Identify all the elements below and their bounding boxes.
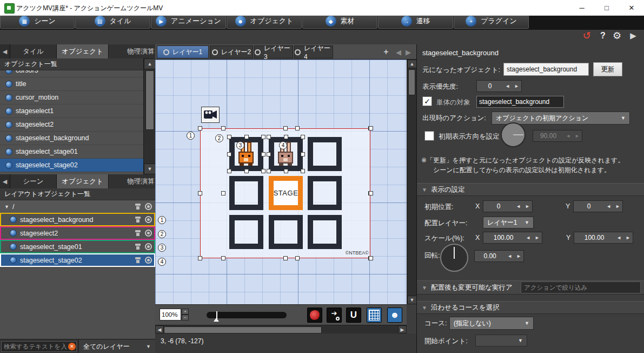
add-layer-icon[interactable]: + [381,47,391,57]
minimize-button[interactable]: ─ [569,0,594,15]
selection-handle[interactable] [301,135,305,139]
layer-tab-2[interactable]: レイヤー2 [210,45,253,58]
panel-tab-object[interactable]: オブジェクト [57,174,109,188]
spin-right-icon[interactable]: ► [523,204,532,209]
list-item[interactable]: stageselect_background [0,132,143,145]
selection-handle[interactable] [267,169,271,173]
zoom-stepper[interactable]: + − [182,309,189,321]
spin-left-icon[interactable]: ◄ [604,204,613,209]
source-object-input[interactable] [503,63,589,76]
selection-handle[interactable] [369,256,373,260]
action-filter-input[interactable] [521,282,641,293]
zoom-out-icon[interactable]: − [182,315,189,321]
stamp-icon[interactable] [135,204,141,210]
object-list-scrollbar[interactable]: ▲ ▼ [143,58,156,174]
selection-handle[interactable] [221,126,225,130]
maximize-button[interactable]: □ [594,0,619,15]
next-arrow-icon[interactable]: ▶ [403,47,413,57]
list-item[interactable]: stageselect_stage01 [0,145,143,159]
priority-spinner[interactable]: 0 ◄ ► [476,80,522,92]
scene-canvas[interactable]: STAGE 1 2 3 4 1 2 3 4 ©NTBEA© [155,60,407,304]
section-collapse-icon[interactable]: ▼ [422,305,427,311]
list-item[interactable]: cursor3 [0,70,143,77]
layer-tab-3[interactable]: レイヤー3 [254,45,293,58]
canvas-hscrollbar[interactable]: ◀ ▶ [155,325,407,334]
spin-right-icon[interactable]: ► [623,235,633,240]
spin-left-icon[interactable]: ◄ [503,83,512,89]
display-settings-section[interactable]: ▼ 表示の設定 [417,183,644,196]
visibility-icon[interactable] [145,243,152,250]
visibility-icon[interactable] [145,203,152,210]
selection-handle[interactable] [301,152,305,156]
selection-handle[interactable] [261,135,265,139]
rotation-spinner[interactable]: 0.00 ◄ ► [474,250,524,262]
visibility-icon[interactable] [145,230,152,237]
layout-root-row[interactable]: ▼ / [0,200,155,213]
spin-left-icon[interactable]: ◄ [523,235,533,240]
zoom-value[interactable]: 100% [160,309,181,321]
panel-tab-physics[interactable]: 物理演算 [109,174,155,188]
tab-scene[interactable]: ▦ シーン [0,14,75,29]
stage-frame-selected[interactable]: STAGE [269,176,303,210]
tab-material[interactable]: ◆ 素材 [302,14,377,29]
list-item[interactable]: cursor_motion [0,91,143,104]
course-dropdown[interactable]: (指定しない) ▼ [449,317,534,330]
list-item[interactable]: title [0,77,143,91]
spin-left-icon[interactable]: ◄ [614,235,623,240]
collapse-panel-icon[interactable]: ◀ [0,174,10,188]
selection-handle[interactable] [283,256,288,260]
selection-handle[interactable] [284,169,288,173]
selection-handle[interactable] [284,135,288,139]
selection-handle[interactable] [267,152,271,156]
section-collapse-icon[interactable]: ▼ [422,285,427,291]
scroll-up-icon[interactable]: ▲ [144,58,156,69]
selection-handle[interactable] [267,135,271,139]
scroll-down-icon[interactable]: ▼ [407,296,417,304]
selection-handle[interactable] [295,126,300,130]
update-button[interactable]: 更新 [593,62,622,76]
stage-frame[interactable] [229,176,263,210]
search-input[interactable] [1,341,77,352]
panel-tab-object[interactable]: オブジェクト [57,44,109,58]
selection-handle[interactable] [221,191,225,195]
spin-left-icon[interactable]: ◄ [505,253,514,259]
stage-frame[interactable] [308,176,342,210]
layout-row-0[interactable]: stageselect_background [0,213,155,226]
expand-icon[interactable]: ▼ [4,204,9,210]
single-target-checkbox[interactable]: ✓ [422,96,432,106]
rose-icon[interactable] [307,308,322,323]
grid-icon[interactable] [367,308,382,323]
spin-left-icon[interactable]: ◄ [514,204,523,209]
selection-handle[interactable] [227,152,231,156]
stage-frame[interactable] [308,137,342,171]
selection-handle[interactable] [244,169,249,173]
stamp-icon[interactable] [135,257,141,264]
panel-tab-scene[interactable]: シーン [10,174,57,188]
visibility-icon[interactable] [145,216,152,223]
rotation-dial[interactable] [440,244,468,272]
gear-icon[interactable]: ⚙ [610,29,624,43]
tab-animation[interactable]: ▶ アニメーション [151,14,226,29]
tab-object[interactable]: ☻ オブジェクト [227,14,302,29]
arrow-eye-icon[interactable]: ➔ [327,308,342,323]
spin-right-icon[interactable]: ► [512,83,521,89]
panel-tab-physics[interactable]: 物理演算 [109,44,155,58]
placement-layer-dropdown[interactable]: レイヤー1 ▼ [483,217,534,228]
stamp-icon[interactable] [135,217,141,223]
selection-handle[interactable] [198,256,202,260]
selection-handle[interactable] [283,126,288,130]
scroll-up-icon[interactable]: ▲ [407,60,417,68]
layout-row-3[interactable]: stageselect_stage02 [0,253,155,267]
layout-row-2[interactable]: stageselect_stage01 [0,240,155,253]
zoom-slider-handle[interactable] [214,318,219,322]
zoom-slider[interactable] [207,312,287,318]
panel-tab-tile[interactable]: タイル [10,44,57,58]
mascot-icon[interactable]: ☻ [387,308,402,323]
list-item-selected[interactable]: stageselect_stage02 [0,159,143,172]
scrollbar-thumb[interactable] [408,69,415,95]
list-item[interactable]: stageselect1 [0,104,143,118]
position-y-spinner[interactable]: 0 ◄ ► [573,200,623,212]
selection-handle[interactable] [261,152,265,156]
scrollbar-thumb[interactable] [145,70,154,130]
selection-handle[interactable] [198,126,202,130]
